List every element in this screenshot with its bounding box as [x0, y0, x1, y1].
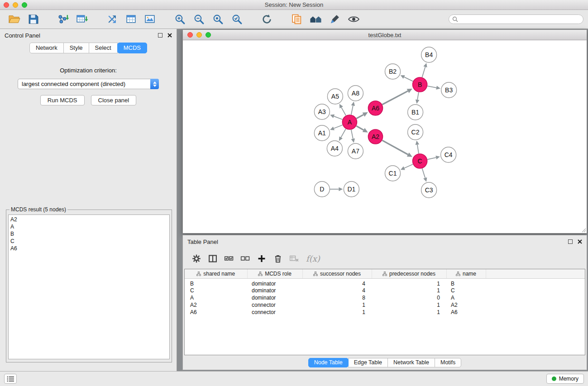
graph-edge-C-C3[interactable]	[422, 168, 425, 178]
graph-node-C2[interactable]: C2	[408, 124, 423, 140]
cell[interactable]: A	[446, 294, 486, 301]
create-column-button[interactable]	[253, 251, 270, 266]
float-control-panel-button[interactable]	[158, 33, 163, 38]
import-network-button[interactable]	[53, 12, 72, 27]
table-row[interactable]: Bdominator41B	[185, 278, 585, 287]
close-window-button[interactable]	[4, 2, 9, 8]
float-table-panel-button[interactable]	[568, 239, 573, 244]
cell[interactable]: 4	[302, 278, 372, 287]
graph-node-C3[interactable]: C3	[421, 182, 437, 198]
cell[interactable]: A2	[446, 301, 486, 309]
new-network-table-button[interactable]	[121, 12, 140, 27]
graph-edge-C-C1[interactable]	[404, 164, 413, 168]
zoom-in-button[interactable]	[170, 12, 189, 27]
delete-column-button[interactable]	[270, 251, 286, 266]
network-close-button[interactable]	[187, 32, 193, 38]
cell[interactable]: 1	[372, 278, 446, 287]
criterion-select[interactable]: largest connected component (directed)	[18, 79, 159, 89]
graph-node-A7[interactable]: A7	[348, 143, 363, 159]
cell[interactable]: dominator	[247, 294, 302, 301]
network-window-titlebar[interactable]: testGlobe.txt	[183, 30, 587, 40]
resize-grip-icon[interactable]	[581, 227, 586, 233]
open-session-button[interactable]	[5, 12, 24, 27]
column-header-name[interactable]: name	[446, 269, 486, 278]
minimize-window-button[interactable]	[13, 2, 18, 8]
cell[interactable]: 1	[302, 309, 372, 316]
cell[interactable]: 1	[372, 309, 446, 316]
zoom-fit-button[interactable]	[208, 12, 227, 27]
cell[interactable]: A	[185, 294, 247, 301]
graph-edge-A-A5[interactable]	[341, 107, 346, 115]
graph-edge-C-C4[interactable]	[427, 157, 436, 159]
save-session-button[interactable]	[24, 12, 43, 27]
network-graph[interactable]: B4B2BB3A5A8A6A3B1AC2A1A2A4A7C4CC1C3DD1	[183, 40, 587, 233]
network-zoom-button[interactable]	[206, 32, 211, 38]
graph-edge-A-A6[interactable]	[356, 114, 363, 119]
tab-edge-table[interactable]: Edge Table	[348, 358, 388, 367]
zoom-selected-button[interactable]	[227, 12, 246, 27]
mcds-close-panel-button[interactable]: Close panel	[91, 95, 137, 105]
home-view-button[interactable]	[306, 12, 325, 27]
graph-node-A6[interactable]: A6	[368, 101, 382, 115]
table-row[interactable]: A2connector11A2	[185, 301, 585, 309]
network-canvas[interactable]: B4B2BB3A5A8A6A3B1AC2A1A2A4A7C4CC1C3DD1	[183, 40, 587, 233]
graph-node-A5[interactable]: A5	[327, 89, 343, 104]
cell[interactable]: 4	[302, 287, 372, 294]
run-mcds-button[interactable]: Run MCDS	[40, 95, 85, 105]
graph-node-A2[interactable]: A2	[368, 129, 382, 144]
cell[interactable]: connector	[247, 309, 302, 316]
graph-node-D1[interactable]: D1	[344, 181, 359, 197]
graph-edge-A-A1[interactable]	[334, 125, 342, 129]
tab-motifs[interactable]: Motifs	[435, 358, 461, 367]
cell[interactable]: 8	[302, 294, 372, 301]
export-image-button[interactable]	[140, 12, 159, 27]
result-item[interactable]: C	[10, 238, 167, 245]
graph-edge-B-B2[interactable]	[404, 77, 413, 81]
graph-node-D[interactable]: D	[314, 181, 330, 197]
graph-node-B2[interactable]: B2	[385, 64, 401, 79]
graph-node-A8[interactable]: A8	[348, 86, 363, 101]
graph-edge-B-B4[interactable]	[422, 67, 425, 77]
apply-layout-button[interactable]	[257, 12, 276, 27]
annotation-button[interactable]	[325, 12, 344, 27]
new-network-button[interactable]	[102, 12, 121, 27]
cell[interactable]: 1	[302, 301, 372, 309]
result-item[interactable]: A	[10, 223, 167, 230]
search-input[interactable]	[449, 14, 583, 24]
graph-node-B[interactable]: B	[413, 77, 427, 92]
first-neighbors-button[interactable]	[287, 12, 306, 27]
task-history-button[interactable]	[4, 374, 17, 384]
table-row[interactable]: A6connector11A6	[185, 309, 585, 316]
graph-node-B3[interactable]: B3	[441, 82, 457, 98]
close-table-panel-button[interactable]	[578, 239, 582, 244]
graph-node-B1[interactable]: B1	[408, 105, 423, 120]
close-control-panel-button[interactable]	[167, 33, 172, 38]
cell[interactable]: 1	[372, 301, 446, 309]
column-header-predecessor-nodes[interactable]: predecessor nodes	[372, 269, 446, 278]
graph-node-C[interactable]: C	[413, 154, 427, 168]
network-minimize-button[interactable]	[196, 32, 202, 38]
zoom-out-button[interactable]	[189, 12, 208, 27]
cell[interactable]: 0	[372, 294, 446, 301]
cell[interactable]: dominator	[247, 278, 302, 287]
tab-node-table[interactable]: Node Table	[308, 358, 349, 367]
cell[interactable]: A6	[185, 309, 247, 316]
table-row[interactable]: Cdominator41C	[185, 287, 585, 294]
column-header-mcds-role[interactable]: MCDS role	[247, 269, 302, 278]
graph-node-A4[interactable]: A4	[327, 141, 342, 156]
tab-select[interactable]: Select	[89, 43, 118, 53]
memory-button[interactable]: Memory	[546, 374, 584, 384]
graph-node-A[interactable]: A	[342, 115, 357, 129]
graph-node-C1[interactable]: C1	[385, 166, 401, 181]
graph-edge-A6-B[interactable]	[382, 91, 408, 105]
select-all-button[interactable]	[221, 251, 237, 266]
column-header-shared-name[interactable]: shared name	[185, 269, 247, 278]
column-header-successor-nodes[interactable]: successor nodes	[302, 269, 372, 278]
mcds-result-list[interactable]: A2ABCA6	[8, 214, 170, 359]
zoom-window-button[interactable]	[22, 2, 27, 8]
graph-edge-A-A7[interactable]	[351, 130, 353, 139]
graph-edge-A-A2[interactable]	[356, 126, 363, 130]
graph-edge-B-B1[interactable]	[417, 92, 419, 100]
graph-edge-B-B3[interactable]	[427, 86, 436, 88]
table-row[interactable]: Adominator80A	[185, 294, 585, 301]
